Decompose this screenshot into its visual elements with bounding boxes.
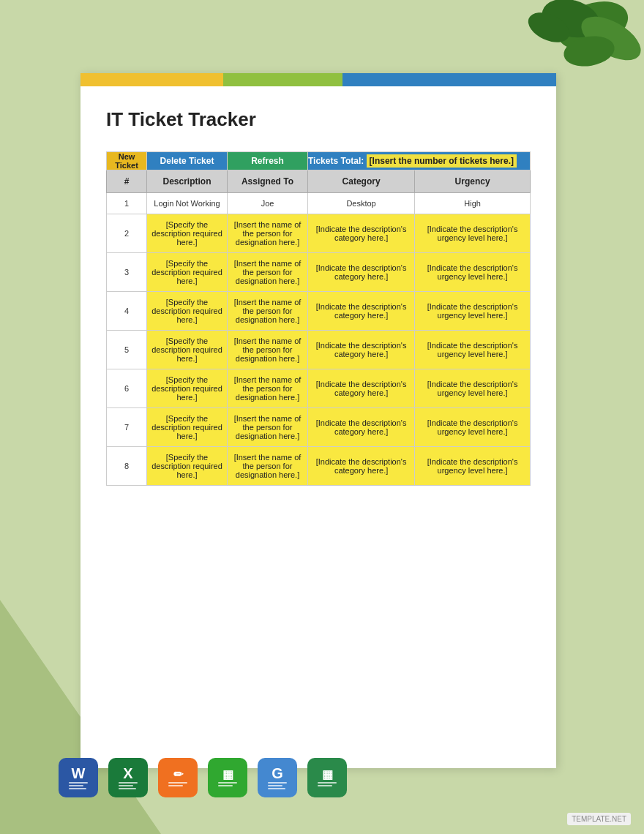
col-header-assigned: Assigned To bbox=[228, 170, 308, 193]
row-description[interactable]: [Specify the description required here.] bbox=[147, 253, 228, 292]
tickets-total-value[interactable]: [Insert the number of tickets here.] bbox=[367, 154, 517, 168]
row-description: Login Not Working bbox=[147, 193, 228, 214]
table-row: 6[Specify the description required here.… bbox=[107, 369, 531, 408]
col-header-num: # bbox=[107, 170, 147, 193]
toolbar-row: New Ticket Delete Ticket Refresh Tickets… bbox=[107, 152, 531, 170]
row-num: 7 bbox=[107, 408, 147, 447]
app-icon-pages[interactable]: ✏ bbox=[158, 758, 198, 797]
row-assigned-to: Joe bbox=[228, 193, 308, 214]
app-icon-word[interactable]: W bbox=[59, 758, 98, 797]
row-category[interactable]: [Indicate the description's category her… bbox=[308, 292, 415, 331]
row-assigned-to[interactable]: [Insert the name of the person for desig… bbox=[228, 408, 308, 447]
table-row: 1Login Not WorkingJoeDesktopHigh bbox=[107, 193, 531, 214]
row-assigned-to[interactable]: [Insert the name of the person for desig… bbox=[228, 292, 308, 331]
table-row: 4[Specify the description required here.… bbox=[107, 292, 531, 331]
tickets-total-label: Tickets Total: bbox=[308, 156, 364, 166]
row-urgency[interactable]: [Indicate the description's urgency leve… bbox=[415, 214, 531, 253]
tickets-total-cell: Tickets Total: [Insert the number of tic… bbox=[308, 152, 531, 170]
app-icon-excel[interactable]: X bbox=[108, 758, 148, 797]
row-num: 8 bbox=[107, 447, 147, 486]
row-description[interactable]: [Specify the description required here.] bbox=[147, 292, 228, 331]
row-urgency[interactable]: [Indicate the description's urgency leve… bbox=[415, 292, 531, 331]
row-assigned-to[interactable]: [Insert the name of the person for desig… bbox=[228, 369, 308, 408]
row-category[interactable]: [Indicate the description's category her… bbox=[308, 214, 415, 253]
table-row: 3[Specify the description required here.… bbox=[107, 253, 531, 292]
watermark: TEMPLATE.NET bbox=[567, 813, 631, 825]
row-category: Desktop bbox=[308, 193, 415, 214]
top-bar-green bbox=[223, 73, 342, 86]
row-num: 6 bbox=[107, 369, 147, 408]
table-row: 8[Specify the description required here.… bbox=[107, 447, 531, 486]
app-icon-sheets[interactable]: ▦ bbox=[307, 758, 347, 797]
table-row: 5[Specify the description required here.… bbox=[107, 331, 531, 369]
row-assigned-to[interactable]: [Insert the name of the person for desig… bbox=[228, 331, 308, 369]
row-category[interactable]: [Indicate the description's category her… bbox=[308, 447, 415, 486]
main-card: IT Ticket Tracker New Ticket Delete Tick… bbox=[80, 73, 556, 768]
row-description[interactable]: [Specify the description required here.] bbox=[147, 408, 228, 447]
row-urgency[interactable]: [Indicate the description's urgency leve… bbox=[415, 447, 531, 486]
top-bar-blue bbox=[342, 73, 557, 86]
table-row: 2[Specify the description required here.… bbox=[107, 214, 531, 253]
row-category[interactable]: [Indicate the description's category her… bbox=[308, 408, 415, 447]
row-assigned-to[interactable]: [Insert the name of the person for desig… bbox=[228, 214, 308, 253]
top-bar-yellow bbox=[80, 73, 223, 86]
row-description[interactable]: [Specify the description required here.] bbox=[147, 369, 228, 408]
app-icon-numbers[interactable]: ▦ bbox=[208, 758, 247, 797]
row-urgency[interactable]: [Indicate the description's urgency leve… bbox=[415, 331, 531, 369]
app-icons-bar: W X ✏ ▦ bbox=[59, 758, 347, 797]
row-urgency[interactable]: [Indicate the description's urgency leve… bbox=[415, 408, 531, 447]
row-description[interactable]: [Specify the description required here.] bbox=[147, 331, 228, 369]
row-num: 4 bbox=[107, 292, 147, 331]
row-assigned-to[interactable]: [Insert the name of the person for desig… bbox=[228, 253, 308, 292]
app-icon-docs[interactable]: G bbox=[258, 758, 297, 797]
row-description[interactable]: [Specify the description required here.] bbox=[147, 214, 228, 253]
refresh-button[interactable]: Refresh bbox=[228, 152, 308, 170]
row-category[interactable]: [Indicate the description's category her… bbox=[308, 369, 415, 408]
page-title: IT Ticket Tracker bbox=[106, 108, 531, 131]
row-description[interactable]: [Specify the description required here.] bbox=[147, 447, 228, 486]
col-header-urgency: Urgency bbox=[415, 170, 531, 193]
delete-ticket-button[interactable]: Delete Ticket bbox=[147, 152, 228, 170]
row-category[interactable]: [Indicate the description's category her… bbox=[308, 331, 415, 369]
row-num: 3 bbox=[107, 253, 147, 292]
top-color-bar bbox=[80, 73, 556, 86]
new-ticket-button[interactable]: New Ticket bbox=[107, 152, 147, 170]
row-urgency[interactable]: [Indicate the description's urgency leve… bbox=[415, 369, 531, 408]
col-header-category: Category bbox=[308, 170, 415, 193]
tracker-table: New Ticket Delete Ticket Refresh Tickets… bbox=[106, 151, 531, 486]
row-num: 1 bbox=[107, 193, 147, 214]
table-header-row: # Description Assigned To Category Urgen… bbox=[107, 170, 531, 193]
col-header-description: Description bbox=[147, 170, 228, 193]
row-category[interactable]: [Indicate the description's category her… bbox=[308, 253, 415, 292]
row-urgency: High bbox=[415, 193, 531, 214]
table-row: 7[Specify the description required here.… bbox=[107, 408, 531, 447]
row-urgency[interactable]: [Indicate the description's urgency leve… bbox=[415, 253, 531, 292]
row-num: 2 bbox=[107, 214, 147, 253]
row-assigned-to[interactable]: [Insert the name of the person for desig… bbox=[228, 447, 308, 486]
row-num: 5 bbox=[107, 331, 147, 369]
